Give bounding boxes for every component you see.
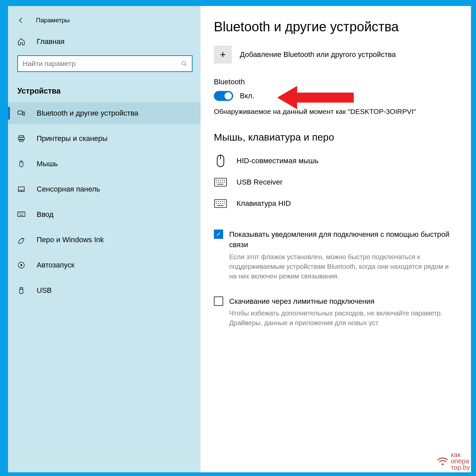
device-row[interactable]: HID-совместимая мышь	[214, 150, 454, 172]
swift-pair-desc: Если этот флажок установлен, можно быстр…	[229, 252, 454, 281]
keyboard-device-icon	[214, 176, 227, 189]
device-label: HID-совместимая мышь	[237, 157, 318, 165]
svg-rect-3	[19, 136, 24, 137]
sidebar-item-autoplay[interactable]: Автозапуск	[8, 254, 201, 276]
sidebar-item-label: Сенсорная панель	[37, 185, 100, 194]
arrow-left-icon	[17, 17, 25, 24]
svg-rect-19	[20, 289, 23, 293]
metered-checkbox-row[interactable]: Скачивание через лимитные подключения	[214, 296, 454, 307]
sidebar-category: Устройства	[8, 75, 201, 102]
svg-rect-4	[18, 137, 24, 140]
keyboard-device-icon	[214, 197, 227, 210]
search-box[interactable]	[17, 55, 193, 72]
section-mouse-heading: Мышь, клавиатура и перо	[214, 132, 454, 143]
annotation-arrow	[277, 84, 354, 111]
metered-desc: Чтобы избежать дополнительных расходов, …	[229, 308, 454, 328]
sidebar-item-pen[interactable]: Перо и Windows Ink	[8, 229, 201, 251]
home-icon	[17, 38, 27, 46]
add-device-button[interactable]: + Добавление Bluetooth или другого устро…	[214, 46, 454, 64]
bluetooth-toggle[interactable]	[214, 91, 233, 101]
usb-icon	[17, 286, 27, 294]
sidebar-item-label: USB	[37, 286, 52, 295]
sidebar: Параметры Главная Устройства Bluetooth и…	[8, 6, 201, 472]
bluetooth-toggle-row: Вкл.	[214, 91, 454, 101]
svg-marker-20	[277, 86, 354, 109]
watermark-line3: тор.by	[451, 464, 470, 471]
pen-icon	[17, 236, 27, 244]
back-button[interactable]	[16, 15, 26, 25]
keyboard-icon	[17, 212, 27, 218]
mouse-device-icon	[214, 154, 227, 168]
printer-icon	[17, 135, 27, 143]
swift-pair-checkbox-row[interactable]: ✓ Показывать уведомления для подключения…	[214, 230, 454, 250]
plus-icon: +	[214, 46, 232, 64]
metered-label: Скачивание через лимитные подключения	[229, 296, 374, 307]
window-title: Параметры	[36, 17, 70, 24]
swift-pair-label: Показывать уведомления для подключения с…	[229, 230, 454, 250]
svg-rect-18	[20, 287, 23, 289]
sidebar-item-mouse[interactable]: Мышь	[8, 153, 201, 175]
add-device-label: Добавление Bluetooth или другого устройс…	[240, 50, 396, 59]
sidebar-item-typing[interactable]: Ввод	[8, 204, 201, 226]
wifi-icon	[437, 455, 449, 467]
sidebar-item-usb[interactable]: USB	[8, 279, 201, 301]
sidebar-item-label: Автозапуск	[37, 261, 74, 269]
titlebar: Параметры	[8, 13, 201, 31]
device-label: USB Receiver	[237, 178, 282, 187]
device-row[interactable]: Клавиатура HID	[214, 193, 454, 214]
settings-window: Параметры Главная Устройства Bluetooth и…	[8, 6, 471, 472]
search-input[interactable]	[23, 60, 181, 68]
device-row[interactable]: USB Receiver	[214, 172, 454, 193]
page-title: Bluetooth и другие устройства	[214, 19, 454, 34]
main-content: Bluetooth и другие устройства + Добавлен…	[201, 6, 471, 472]
autoplay-icon	[17, 261, 27, 269]
sidebar-item-printers[interactable]: Принтеры и сканеры	[8, 128, 201, 150]
sidebar-item-label: Мышь	[37, 160, 58, 168]
sidebar-item-label: Перо и Windows Ink	[37, 236, 104, 244]
device-label: Клавиатура HID	[237, 199, 291, 208]
sidebar-item-label: Bluetooth и другие устройства	[37, 109, 138, 118]
sidebar-item-label: Ввод	[37, 210, 54, 219]
devices-icon	[17, 109, 27, 117]
watermark: как опера тор.by	[437, 452, 470, 471]
search-icon	[181, 61, 187, 67]
mouse-icon	[17, 160, 27, 168]
search-container	[8, 52, 201, 75]
svg-rect-11	[18, 212, 25, 217]
svg-rect-5	[20, 139, 23, 142]
checkbox-unchecked-icon	[214, 296, 223, 306]
sidebar-item-bluetooth[interactable]: Bluetooth и другие устройства	[8, 102, 201, 124]
sidebar-home-label: Главная	[37, 37, 65, 46]
bluetooth-state: Вкл.	[240, 92, 254, 100]
touchpad-icon	[17, 185, 27, 193]
svg-rect-1	[18, 111, 22, 114]
sidebar-item-label: Принтеры и сканеры	[37, 134, 108, 143]
checkbox-checked-icon: ✓	[214, 230, 223, 239]
sidebar-item-touchpad[interactable]: Сенсорная панель	[8, 178, 201, 200]
sidebar-home[interactable]: Главная	[8, 31, 201, 52]
svg-rect-2	[23, 112, 25, 115]
svg-point-0	[182, 61, 186, 65]
